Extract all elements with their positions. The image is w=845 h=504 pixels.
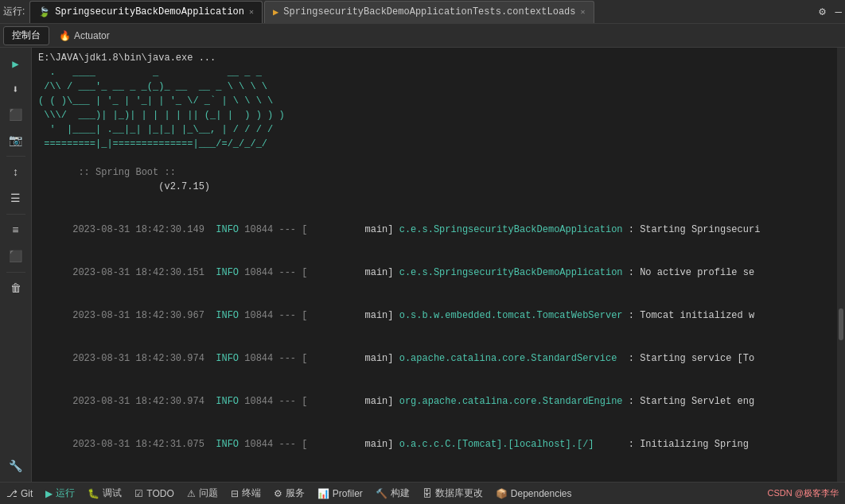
- banner-line-6: =========|_|==============|___/=/_/_/_/: [38, 137, 831, 151]
- list-button[interactable]: ☰: [5, 187, 27, 209]
- debug-icon: 🐛: [88, 488, 99, 499]
- trash-button[interactable]: 🗑: [5, 277, 27, 300]
- todo-icon: ☑: [134, 488, 143, 499]
- log-level-6: INFO: [216, 439, 239, 450]
- log-pid-3: 10844 --- [: [239, 310, 307, 321]
- sidebar-separator-2: [6, 214, 25, 215]
- watermark-text: CSDN @极客李华: [768, 488, 839, 498]
- log-thread-5: main]: [307, 396, 399, 407]
- log-timestamp-3: 2023-08-31 18:42:30.967: [72, 310, 216, 321]
- profiler-label: Profiler: [333, 488, 363, 499]
- settings-icon[interactable]: ⚙: [819, 5, 825, 18]
- wrench-button[interactable]: 🔧: [5, 455, 27, 477]
- terminal-icon: ⊟: [231, 488, 239, 499]
- log-level-5: INFO: [216, 396, 239, 407]
- main-layout: ▶ ⬇ ⬛ 📷 ↕ ☰ ≡ ⬛ 🗑 🔧 E:\JAVA\jdk1.8\bin\j…: [0, 48, 845, 482]
- build-icon: 🔨: [376, 488, 387, 499]
- profiler-icon: 📊: [317, 488, 329, 499]
- tab-main-app[interactable]: 🍃 SpringsecurityBackDemoApplication ✕: [29, 1, 263, 23]
- log-timestamp-6: 2023-08-31 18:42:31.075: [72, 439, 216, 450]
- log-line-3: 2023-08-31 18:42:30.967 INFO 10844 --- […: [38, 294, 831, 337]
- tab-main-close-icon[interactable]: ✕: [249, 7, 254, 17]
- scrollbar-thumb[interactable]: [839, 308, 843, 340]
- scrollbar[interactable]: [837, 48, 845, 482]
- status-debug[interactable]: 🐛 调试: [88, 487, 122, 500]
- log-class-4: o.apache.catalina.core.StandardService: [399, 353, 629, 364]
- sort-button[interactable]: ↕: [5, 161, 27, 184]
- sidebar-separator-1: [6, 156, 25, 157]
- status-run[interactable]: ▶ 运行: [45, 487, 75, 500]
- service-label: 服务: [286, 487, 305, 500]
- spring-boot-label: :: Spring Boot ::: [72, 167, 181, 178]
- status-service[interactable]: ⚙ 服务: [274, 487, 305, 500]
- log-msg-6: : Initializing Spring: [629, 439, 749, 450]
- banner-line-5: ' |____| .__|_| |_|_| |_\__, | / / / /: [38, 122, 831, 137]
- scroll-down-button[interactable]: ⬇: [5, 78, 27, 100]
- status-profiler[interactable]: 📊 Profiler: [317, 488, 363, 499]
- status-terminal[interactable]: ⊟ 终端: [231, 487, 261, 500]
- console-tab-label: 控制台: [12, 29, 41, 42]
- run-icon: ▶: [45, 488, 53, 499]
- console-tab[interactable]: 控制台: [3, 26, 49, 45]
- log-level-1: INFO: [216, 224, 239, 235]
- tab-main-app-label: SpringsecurityBackDemoApplication: [55, 6, 244, 17]
- log-thread-2: main]: [307, 267, 399, 278]
- log-class-3: o.s.b.w.embedded.tomcat.TomcatWebServer: [399, 310, 629, 321]
- toolbar-row: 控制台 🔥 Actuator: [0, 24, 845, 48]
- banner-line-4: \\\/ ___)| |_)| | | | | || (_| | ) ) ) ): [38, 108, 831, 122]
- log-thread-4: main]: [307, 353, 399, 364]
- log-line-1: 2023-08-31 18:42:30.149 INFO 10844 --- […: [38, 208, 831, 251]
- status-deps[interactable]: 📦 Dependencies: [496, 488, 572, 499]
- log-pid-5: 10844 --- [: [239, 396, 307, 407]
- db-label: 数据库更改: [435, 487, 483, 500]
- log-pid-1: 10844 --- [: [239, 224, 307, 235]
- deps-icon: 📦: [496, 488, 508, 499]
- tab-test-close-icon[interactable]: ✕: [581, 7, 586, 17]
- log-class-5: org.apache.catalina.core.StandardEngine: [399, 396, 629, 407]
- screenshot-button[interactable]: 📷: [5, 129, 27, 151]
- problem-icon: ⚠: [187, 488, 196, 499]
- status-git[interactable]: ⎇ Git: [6, 488, 33, 499]
- status-bar: ⎇ Git ▶ 运行 🐛 调试 ☑ TODO ⚠ 问题 ⊟ 终端 ⚙ 服务 📊 …: [0, 482, 845, 504]
- log-pid-4: 10844 --- [: [239, 353, 307, 364]
- db-icon: 🗄: [422, 488, 432, 499]
- status-build[interactable]: 🔨 构建: [376, 487, 410, 500]
- status-problem[interactable]: ⚠ 问题: [187, 487, 218, 500]
- tab-test-label: SpringsecurityBackDemoApplicationTests.c…: [283, 6, 575, 17]
- todo-label: TODO: [146, 488, 173, 499]
- log-msg-3: : Tomcat initialized w: [629, 310, 754, 321]
- log-level-4: INFO: [216, 353, 239, 364]
- actuator-tab[interactable]: 🔥 Actuator: [51, 26, 118, 45]
- log-timestamp-1: 2023-08-31 18:42:30.149: [72, 224, 216, 235]
- block-button[interactable]: ⬛: [5, 245, 27, 267]
- log-msg-1: : Starting Springsecuri: [629, 224, 761, 235]
- tab-test[interactable]: ▶ SpringsecurityBackDemoApplicationTests…: [264, 1, 594, 23]
- actuator-icon: 🔥: [59, 30, 71, 41]
- sidebar-separator-3: [6, 272, 25, 273]
- tab-bar: 运行: 🍃 SpringsecurityBackDemoApplication …: [0, 0, 845, 24]
- git-label: Git: [21, 488, 33, 499]
- banner-line-2: /\\ / ___'_ __ _ _(_)_ __ __ _ \ \ \ \: [38, 79, 831, 94]
- play-button[interactable]: ▶: [5, 52, 27, 75]
- log-line-6: 2023-08-31 18:42:31.075 INFO 10844 --- […: [38, 423, 831, 466]
- build-label: 构建: [391, 487, 410, 500]
- terminal-label: 终端: [242, 487, 261, 500]
- java-path-line: E:\JAVA\jdk1.8\bin\java.exe ...: [38, 51, 831, 65]
- log-line-7: 2023-08-31 18:42:31.075 INFO 10844 --- […: [38, 466, 831, 482]
- log-level-3: INFO: [216, 310, 239, 321]
- status-todo[interactable]: ☑ TODO: [134, 488, 173, 499]
- log-msg-2: : No active profile se: [629, 267, 754, 278]
- banner-line-1: . ____ _ __ _ _: [38, 65, 831, 79]
- log-timestamp-4: 2023-08-31 18:42:30.974: [72, 353, 216, 364]
- minimize-icon[interactable]: —: [835, 6, 842, 18]
- actuator-tab-label: Actuator: [74, 30, 110, 41]
- filter-button[interactable]: ≡: [5, 219, 27, 242]
- log-timestamp-5: 2023-08-31 18:42:30.974: [72, 396, 216, 407]
- console-area[interactable]: E:\JAVA\jdk1.8\bin\java.exe ... . ____ _…: [32, 48, 837, 482]
- log-class-6: o.a.c.c.C.[Tomcat].[localhost].[/]: [399, 439, 629, 450]
- log-level-2: INFO: [216, 267, 239, 278]
- stop-button[interactable]: ⬛: [5, 103, 27, 126]
- status-db[interactable]: 🗄 数据库更改: [422, 487, 483, 500]
- log-class-1: c.e.s.SpringsecurityBackDemoApplication: [399, 224, 629, 235]
- log-class-2: c.e.s.SpringsecurityBackDemoApplication: [399, 267, 629, 278]
